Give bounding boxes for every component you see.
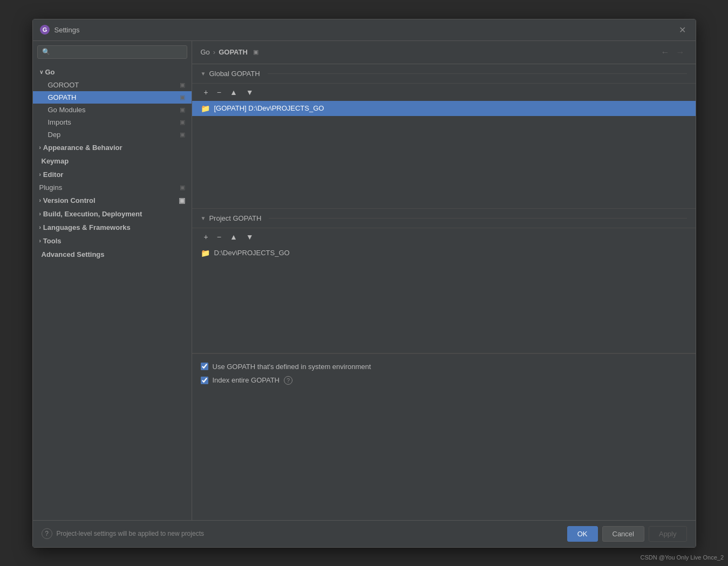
nav-arrows: ← →	[659, 46, 687, 58]
breadcrumb-current: GOPATH	[219, 48, 248, 56]
global-add-button[interactable]: +	[201, 87, 212, 98]
folder-icon-0: 📁	[201, 104, 210, 113]
use-gopath-label: Use GOPATH that's defined in system envi…	[213, 363, 371, 371]
sidebar-item-editor[interactable]: › Editor	[33, 168, 192, 181]
sidebar-item-tools[interactable]: › Tools	[33, 234, 192, 248]
content-body: ▼ Global GOPATH + − ▲ ▼ 📁 [GOPATH] D:\De…	[192, 64, 696, 520]
sidebar-label-build-execution: Build, Execution, Deployment	[43, 210, 142, 218]
index-gopath-checkbox[interactable]	[201, 377, 208, 384]
project-add-button[interactable]: +	[201, 231, 212, 242]
sidebar-label-imports: Imports	[48, 118, 178, 126]
svg-text:G: G	[42, 26, 47, 33]
index-gopath-label: Index entire GOPATH	[213, 376, 280, 384]
sidebar-item-build-execution[interactable]: › Build, Execution, Deployment	[33, 207, 192, 221]
breadcrumb: Go › GOPATH ▣	[201, 48, 258, 56]
apply-button[interactable]: Apply	[649, 526, 687, 542]
title-bar: G Settings ✕	[33, 19, 696, 41]
use-gopath-checkbox[interactable]	[201, 363, 208, 370]
close-button[interactable]: ✕	[676, 24, 689, 36]
cancel-button[interactable]: Cancel	[602, 526, 644, 542]
sidebar-item-keymap[interactable]: Keymap	[33, 154, 192, 168]
dialog-title: Settings	[55, 26, 80, 34]
chevron-languages-frameworks: ›	[39, 224, 41, 230]
project-folder-icon-0: 📁	[201, 249, 210, 257]
global-down-button[interactable]: ▼	[243, 87, 257, 98]
title-bar-left: G Settings	[39, 24, 80, 35]
use-gopath-row: Use GOPATH that's defined in system envi…	[201, 363, 687, 371]
sidebar-label-languages-frameworks: Languages & Frameworks	[43, 223, 131, 231]
sidebar-label-gopath: GOPATH	[48, 93, 178, 101]
global-gopath-divider	[268, 73, 687, 74]
ext-icon-version-control: ▣	[179, 196, 185, 204]
search-icon: 🔍	[42, 48, 50, 56]
sidebar-label-appearance: Appearance & Behavior	[43, 144, 123, 152]
breadcrumb-sep: ›	[213, 48, 215, 56]
checkboxes-area: Use GOPATH that's defined in system envi…	[192, 353, 696, 399]
ext-icon-goroot: ▣	[180, 81, 185, 88]
footer-note: Project-level settings will be applied t…	[57, 530, 204, 537]
global-gopath-header: ▼ Global GOPATH	[192, 64, 696, 84]
main-content: Go › GOPATH ▣ ← → ▼ Global GOPATH	[192, 41, 696, 520]
chevron-appearance: ›	[39, 145, 41, 151]
project-up-button[interactable]: ▲	[227, 231, 241, 242]
footer-help-icon[interactable]: ?	[42, 528, 52, 539]
global-gopath-title: Global GOPATH	[209, 70, 260, 78]
chevron-go: ∨	[39, 69, 43, 75]
chevron-version-control: ›	[39, 197, 41, 203]
project-path-text-0: D:\Dev\PROJECTS_GO	[214, 249, 290, 257]
global-gopath-list: 📁 [GOPATH] D:\Dev\PROJECTS_GO	[192, 101, 696, 209]
app-icon: G	[39, 24, 50, 35]
sidebar-label-version-control: Version Control	[43, 196, 96, 204]
sidebar-item-languages-frameworks[interactable]: › Languages & Frameworks	[33, 221, 192, 234]
ok-button[interactable]: OK	[567, 526, 598, 542]
breadcrumb-edit-icon[interactable]: ▣	[253, 49, 258, 56]
ext-icon-imports: ▣	[180, 119, 185, 126]
chevron-editor: ›	[39, 172, 41, 178]
ext-icon-dep: ▣	[180, 131, 185, 138]
search-box[interactable]: 🔍	[37, 45, 187, 59]
project-gopath-section: ▼ Project GOPATH + − ▲ ▼ 📁 D:\Dev\PROJEC…	[192, 209, 696, 353]
content-header: Go › GOPATH ▣ ← →	[192, 41, 696, 64]
chevron-tools: ›	[39, 238, 41, 244]
collapse-global-gopath[interactable]: ▼	[201, 71, 206, 77]
project-gopath-list: 📁 D:\Dev\PROJECTS_GO	[192, 246, 696, 353]
sidebar-item-gopath[interactable]: GOPATH ▣	[33, 91, 192, 104]
search-input[interactable]	[52, 48, 182, 56]
sidebar-item-appearance[interactable]: › Appearance & Behavior	[33, 141, 192, 154]
sidebar-label-go: Go	[45, 68, 55, 76]
sidebar-label-tools: Tools	[43, 237, 62, 245]
global-remove-button[interactable]: −	[214, 87, 224, 98]
sidebar-item-imports[interactable]: Imports ▣	[33, 116, 192, 128]
sidebar-label-goroot: GOROOT	[48, 81, 178, 89]
sidebar-item-go-modules[interactable]: Go Modules ▣	[33, 104, 192, 116]
global-gopath-toolbar: + − ▲ ▼	[192, 84, 696, 101]
sidebar: 🔍 ∨ Go GOROOT ▣ GOPATH ▣	[33, 41, 192, 520]
sidebar-item-goroot[interactable]: GOROOT ▣	[33, 79, 192, 91]
sidebar-item-go[interactable]: ∨ Go	[33, 65, 192, 79]
project-down-button[interactable]: ▼	[243, 231, 257, 242]
sidebar-label-dep: Dep	[48, 131, 178, 139]
project-remove-button[interactable]: −	[214, 231, 224, 242]
sidebar-label-keymap: Keymap	[42, 157, 69, 165]
nav-forward-button[interactable]: →	[674, 46, 687, 58]
project-gopath-header: ▼ Project GOPATH	[192, 209, 696, 228]
sidebar-item-version-control[interactable]: › Version Control ▣	[33, 194, 192, 207]
dialog-body: 🔍 ∨ Go GOROOT ▣ GOPATH ▣	[33, 41, 696, 520]
sidebar-label-go-modules: Go Modules	[48, 106, 178, 114]
collapse-project-gopath[interactable]: ▼	[201, 215, 206, 221]
nav-tree: ∨ Go GOROOT ▣ GOPATH ▣ Go Modules ▣	[33, 63, 192, 520]
sidebar-item-advanced-settings[interactable]: Advanced Settings	[33, 248, 192, 261]
sidebar-item-dep[interactable]: Dep ▣	[33, 128, 192, 141]
dialog-footer: ? Project-level settings will be applied…	[33, 520, 696, 547]
sidebar-item-plugins[interactable]: Plugins ▣	[33, 181, 192, 194]
project-path-item-0[interactable]: 📁 D:\Dev\PROJECTS_GO	[192, 246, 696, 261]
footer-right: OK Cancel Apply	[567, 526, 687, 542]
index-gopath-help-icon[interactable]: ?	[284, 376, 292, 385]
index-gopath-row: Index entire GOPATH ?	[201, 376, 687, 385]
sidebar-label-plugins: Plugins	[39, 183, 178, 192]
nav-back-button[interactable]: ←	[659, 46, 672, 58]
ext-icon-gopath: ▣	[180, 94, 185, 101]
global-path-item-0[interactable]: 📁 [GOPATH] D:\Dev\PROJECTS_GO	[192, 101, 696, 116]
global-up-button[interactable]: ▲	[227, 87, 241, 98]
ext-icon-go-modules: ▣	[180, 106, 185, 113]
